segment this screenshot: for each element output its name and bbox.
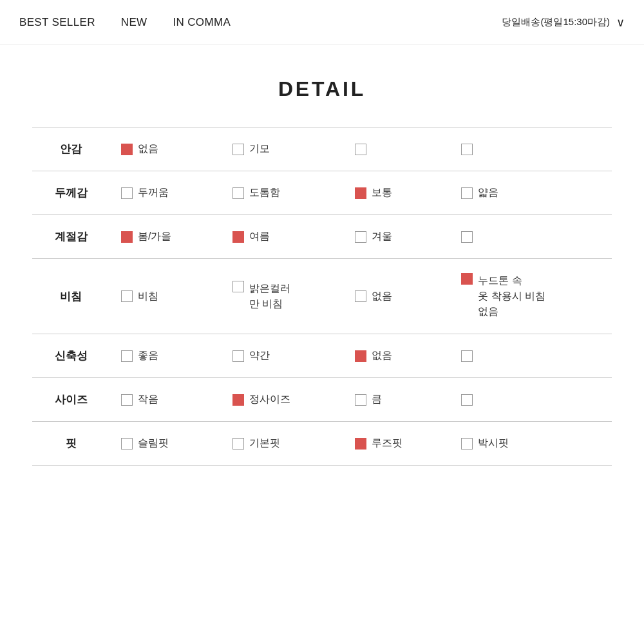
row-label-2: 계절감: [32, 215, 109, 259]
cell-6-1: 기본핏: [221, 422, 343, 466]
checkbox-3-0[interactable]: [121, 290, 133, 302]
cell-text-3-1: 밝은컬러 만 비침: [249, 281, 290, 312]
cell-1-2: 보통: [343, 171, 450, 215]
checkbox-3-1[interactable]: [232, 281, 244, 292]
nav-best-seller[interactable]: BEST SELLER: [19, 16, 95, 29]
checkbox-1-2[interactable]: [355, 187, 366, 199]
cell-6-0: 슬림핏: [109, 422, 221, 466]
cell-2-1: 여름: [221, 215, 343, 259]
nav-delivery-section: 당일배송(평일15:30마감) ∨: [502, 15, 625, 30]
checkbox-1-0[interactable]: [121, 187, 133, 199]
cell-text-4-1: 약간: [249, 349, 270, 363]
page-title: DETAIL: [0, 77, 644, 101]
checkbox-2-2[interactable]: [355, 231, 366, 243]
cell-text-3-2: 없음: [372, 290, 392, 303]
row-label-6: 핏: [32, 422, 109, 466]
table-row: 안감없음기모: [32, 128, 612, 171]
checkbox-6-1[interactable]: [232, 438, 244, 450]
cell-0-3: [450, 128, 612, 171]
row-label-5: 사이즈: [32, 378, 109, 422]
chevron-down-icon[interactable]: ∨: [616, 15, 625, 30]
checkbox-0-0[interactable]: [121, 144, 133, 155]
cell-5-0: 작음: [109, 378, 221, 422]
cell-5-2: 큼: [343, 378, 450, 422]
checkbox-4-3[interactable]: [461, 350, 473, 362]
checkbox-2-1[interactable]: [232, 231, 244, 243]
checkbox-4-1[interactable]: [232, 350, 244, 362]
checkbox-6-2[interactable]: [355, 438, 366, 450]
checkbox-0-3[interactable]: [461, 144, 473, 155]
cell-5-3: [450, 378, 612, 422]
cell-3-3: 누드톤 속 옷 착용시 비침 없음: [450, 259, 612, 334]
cell-4-1: 약간: [221, 334, 343, 378]
row-label-1: 두께감: [32, 171, 109, 215]
checkbox-2-0[interactable]: [121, 231, 133, 243]
cell-0-0: 없음: [109, 128, 221, 171]
checkbox-5-2[interactable]: [355, 394, 366, 406]
top-nav: BEST SELLER NEW IN COMMA 당일배송(평일15:30마감)…: [0, 0, 644, 45]
table-row: 계절감봄/가을여름겨울: [32, 215, 612, 259]
cell-text-1-3: 얇음: [478, 186, 498, 200]
cell-1-0: 두꺼움: [109, 171, 221, 215]
cell-3-2: 없음: [343, 259, 450, 334]
cell-text-6-0: 슬림핏: [138, 437, 169, 450]
row-label-3: 비침: [32, 259, 109, 334]
cell-5-1: 정사이즈: [221, 378, 343, 422]
row-label-0: 안감: [32, 128, 109, 171]
nav-in-comma[interactable]: IN COMMA: [173, 16, 231, 29]
cell-4-2: 없음: [343, 334, 450, 378]
cell-text-5-2: 큼: [372, 393, 382, 406]
checkbox-0-1[interactable]: [232, 144, 244, 155]
checkbox-1-1[interactable]: [232, 187, 244, 199]
checkbox-5-1[interactable]: [232, 394, 244, 406]
checkbox-0-2[interactable]: [355, 144, 366, 155]
cell-4-3: [450, 334, 612, 378]
cell-2-0: 봄/가을: [109, 215, 221, 259]
cell-text-3-0: 비침: [138, 290, 158, 303]
table-row: 사이즈작음정사이즈큼: [32, 378, 612, 422]
delivery-text: 당일배송(평일15:30마감): [502, 16, 610, 28]
checkbox-5-3[interactable]: [461, 394, 473, 406]
cell-1-3: 얇음: [450, 171, 612, 215]
checkbox-3-3[interactable]: [461, 273, 473, 285]
cell-2-2: 겨울: [343, 215, 450, 259]
detail-table: 안감없음기모두께감두꺼움도톰함보통얇음계절감봄/가을여름겨울비침비침밝은컬러 만…: [32, 127, 612, 466]
cell-text-1-0: 두꺼움: [138, 186, 169, 200]
cell-text-6-2: 루즈핏: [372, 437, 402, 450]
cell-4-0: 좋음: [109, 334, 221, 378]
cell-text-3-3: 누드톤 속 옷 착용시 비침 없음: [478, 273, 545, 319]
checkbox-1-3[interactable]: [461, 187, 473, 199]
cell-text-6-1: 기본핏: [249, 437, 280, 450]
cell-text-2-1: 여름: [249, 230, 270, 243]
table-row: 비침비침밝은컬러 만 비침없음누드톤 속 옷 착용시 비침 없음: [32, 259, 612, 334]
cell-6-3: 박시핏: [450, 422, 612, 466]
cell-0-2: [343, 128, 450, 171]
cell-text-0-0: 없음: [138, 142, 158, 156]
checkbox-4-0[interactable]: [121, 350, 133, 362]
checkbox-2-3[interactable]: [461, 231, 473, 243]
checkbox-3-2[interactable]: [355, 290, 366, 302]
cell-text-2-0: 봄/가을: [138, 230, 171, 243]
row-label-4: 신축성: [32, 334, 109, 378]
table-row: 두께감두꺼움도톰함보통얇음: [32, 171, 612, 215]
cell-text-1-1: 도톰함: [249, 186, 280, 200]
table-row: 핏슬림핏기본핏루즈핏박시핏: [32, 422, 612, 466]
cell-1-1: 도톰함: [221, 171, 343, 215]
cell-3-0: 비침: [109, 259, 221, 334]
cell-text-5-1: 정사이즈: [249, 393, 290, 406]
cell-2-3: [450, 215, 612, 259]
checkbox-4-2[interactable]: [355, 350, 366, 362]
cell-text-6-3: 박시핏: [478, 437, 509, 450]
table-row: 신축성좋음약간없음: [32, 334, 612, 378]
checkbox-6-0[interactable]: [121, 438, 133, 450]
cell-0-1: 기모: [221, 128, 343, 171]
cell-text-2-2: 겨울: [372, 230, 392, 243]
cell-6-2: 루즈핏: [343, 422, 450, 466]
cell-text-4-2: 없음: [372, 349, 392, 363]
nav-new[interactable]: NEW: [121, 16, 147, 29]
cell-text-1-2: 보통: [372, 186, 392, 200]
checkbox-6-3[interactable]: [461, 438, 473, 450]
cell-text-4-0: 좋음: [138, 349, 158, 363]
cell-text-5-0: 작음: [138, 393, 158, 406]
checkbox-5-0[interactable]: [121, 394, 133, 406]
